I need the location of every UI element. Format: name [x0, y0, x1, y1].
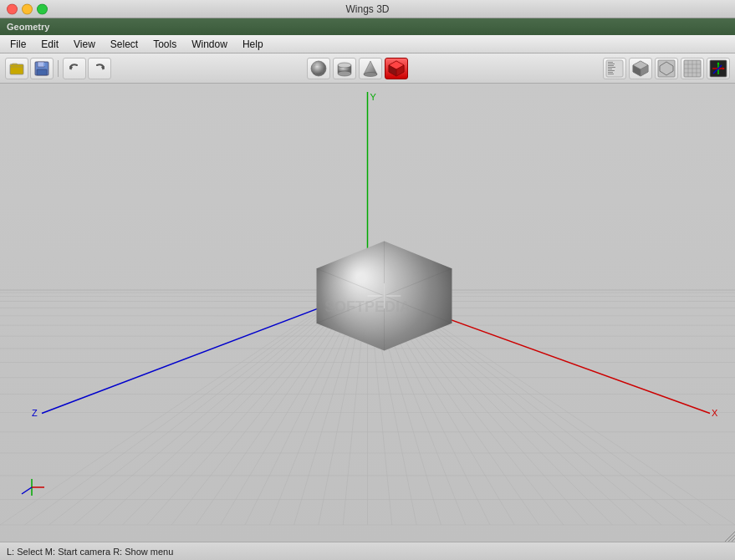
undo-icon [67, 61, 82, 76]
menu-window[interactable]: Window [185, 37, 234, 52]
maximize-button[interactable] [37, 3, 48, 14]
grid-canvas [0, 84, 735, 542]
resize-icon [723, 530, 735, 542]
app-container: Geometry File Edit View Select Tools Win… [0, 18, 735, 560]
perspective-view-icon [631, 59, 650, 78]
svg-rect-25 [608, 70, 615, 71]
menu-edit[interactable]: Edit [34, 37, 65, 52]
toolbar-center [113, 58, 601, 79]
wireframe-icon [683, 59, 702, 78]
toolbar [0, 53, 735, 84]
title-bar: Wings 3D [0, 0, 735, 18]
viewport[interactable]: SOFTPEDIA [0, 84, 735, 542]
minimize-button[interactable] [22, 3, 33, 14]
cube-button[interactable] [385, 58, 408, 79]
flat-view-button[interactable] [655, 58, 678, 79]
cylinder-button[interactable] [333, 58, 356, 79]
status-text: L: Select M: Start camera R: Show menu [7, 547, 173, 557]
wireframe-button[interactable] [681, 58, 704, 79]
svg-point-14 [364, 72, 377, 76]
close-button[interactable] [7, 3, 18, 14]
svg-point-11 [338, 63, 351, 68]
info-button[interactable] [603, 58, 626, 79]
menu-help[interactable]: Help [236, 37, 270, 52]
resize-corner[interactable] [723, 530, 735, 542]
svg-point-7 [311, 61, 326, 76]
svg-rect-23 [608, 67, 615, 68]
menu-tools[interactable]: Tools [146, 37, 183, 52]
axes-button[interactable] [707, 58, 730, 79]
sphere-button[interactable] [307, 58, 330, 79]
svg-line-49 [732, 538, 735, 542]
flat-view-icon [657, 59, 676, 78]
open-button[interactable] [5, 58, 28, 79]
menu-select[interactable]: Select [104, 37, 145, 52]
svg-line-48 [728, 535, 735, 542]
toolbar-separator-1 [58, 60, 59, 77]
svg-rect-24 [608, 69, 612, 69]
svg-rect-27 [608, 74, 614, 74]
open-icon [9, 61, 24, 76]
toolbar-right [603, 58, 730, 79]
info-icon [605, 59, 624, 78]
redo-icon [92, 61, 107, 76]
save-icon [34, 61, 49, 76]
undo-button[interactable] [63, 58, 86, 79]
svg-rect-0 [10, 64, 23, 74]
svg-rect-3 [37, 69, 47, 75]
panel-label-text: Geometry [7, 22, 49, 32]
status-bar: L: Select M: Start camera R: Show menu [0, 542, 735, 560]
svg-rect-4 [43, 63, 45, 66]
cone-icon [361, 59, 380, 78]
cylinder-icon [335, 59, 354, 78]
menu-view[interactable]: View [67, 37, 102, 52]
save-button[interactable] [30, 58, 54, 79]
sphere-icon [309, 59, 328, 78]
panel-label-bar: Geometry [0, 18, 735, 35]
axes-icon [709, 59, 727, 78]
svg-rect-26 [608, 72, 613, 73]
perspective-view-button[interactable] [629, 58, 652, 79]
menu-bar: File Edit View Select Tools Window Help [0, 35, 735, 53]
window-controls [7, 3, 48, 14]
svg-rect-22 [608, 65, 614, 66]
cube-icon [387, 59, 406, 78]
svg-rect-2 [38, 62, 44, 67]
cone-button[interactable] [359, 58, 382, 79]
svg-rect-21 [608, 64, 615, 64]
svg-rect-32 [658, 60, 675, 77]
svg-point-12 [338, 71, 351, 76]
svg-rect-20 [608, 62, 613, 63]
redo-button[interactable] [88, 58, 111, 79]
window-title: Wings 3D [345, 3, 389, 15]
menu-file[interactable]: File [3, 37, 33, 52]
